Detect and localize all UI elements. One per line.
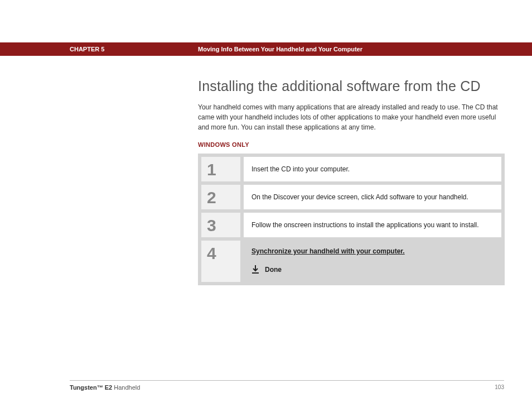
step-text: On the Discover your device screen, clic… (244, 185, 501, 209)
step-number: 1 (201, 157, 240, 181)
chapter-label: CHAPTER 5 (70, 46, 198, 52)
synchronize-link[interactable]: Synchronize your handheld with your comp… (252, 247, 494, 255)
product-name: Tungsten™ E2 Handheld (70, 384, 140, 391)
product-rest: Handheld (112, 384, 140, 391)
step-number: 2 (201, 185, 240, 209)
step-text: Insert the CD into your computer. (244, 157, 501, 181)
steps-container: 1 Insert the CD into your computer. 2 On… (198, 154, 505, 285)
chapter-header: CHAPTER 5 Moving Info Between Your Handh… (0, 42, 532, 56)
step-number: 3 (201, 213, 240, 237)
chapter-title: Moving Info Between Your Handheld and Yo… (198, 46, 362, 52)
step-text: Follow the onscreen instructions to inst… (244, 213, 501, 237)
done-label: Done (265, 266, 282, 274)
step-row: 1 Insert the CD into your computer. (201, 157, 501, 181)
product-bold: Tungsten™ E2 (70, 384, 112, 391)
step-row: 3 Follow the onscreen instructions to in… (201, 213, 501, 237)
main-content: Installing the additional software from … (198, 78, 505, 285)
page-number: 103 (495, 384, 504, 391)
step-row: 2 On the Discover your device screen, cl… (201, 185, 501, 209)
done-row: Done (252, 265, 494, 274)
step-body-final: Synchronize your handheld with your comp… (244, 241, 501, 282)
step-row: 4 Synchronize your handheld with your co… (201, 241, 501, 282)
platform-label: WINDOWS ONLY (198, 141, 505, 148)
page-footer: Tungsten™ E2 Handheld 103 (70, 380, 504, 391)
section-heading: Installing the additional software from … (198, 78, 505, 94)
intro-paragraph: Your handheld comes with many applicatio… (198, 102, 505, 132)
step-number: 4 (201, 241, 240, 282)
download-done-icon (252, 265, 259, 274)
